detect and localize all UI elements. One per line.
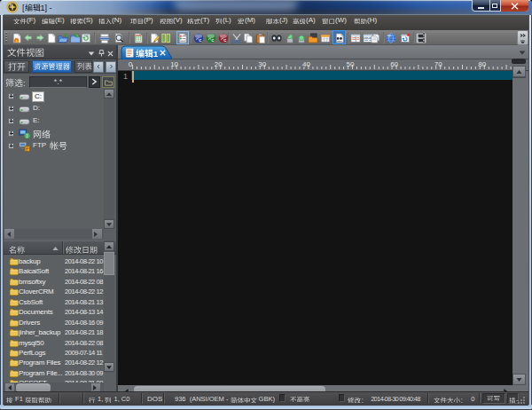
svg-text:c: c bbox=[199, 37, 201, 43]
svg-text:10: 10 bbox=[170, 60, 178, 68]
svg-text:c: c bbox=[223, 37, 226, 43]
svg-text:80: 80 bbox=[478, 60, 486, 68]
svg-text:c: c bbox=[211, 37, 214, 43]
svg-text:30: 30 bbox=[258, 60, 266, 68]
svg-text:50: 50 bbox=[347, 60, 355, 68]
svg-text:20: 20 bbox=[215, 60, 223, 68]
svg-text:70: 70 bbox=[434, 60, 442, 68]
svg-text:40: 40 bbox=[302, 60, 310, 68]
svg-text:0: 0 bbox=[129, 60, 133, 68]
svg-text:60: 60 bbox=[390, 60, 398, 68]
